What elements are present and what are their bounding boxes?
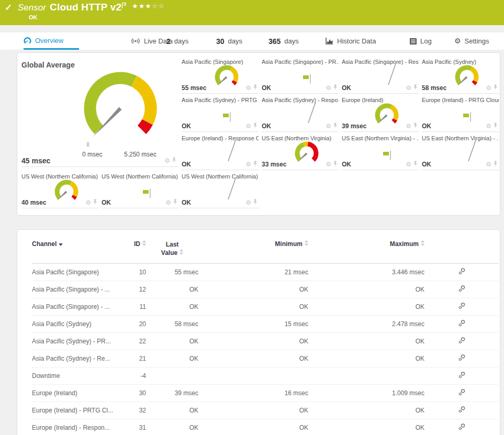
channel-tile-us-west-northern-california[interactable]: US West (Northern California)...OK⚙ [182,173,259,208]
channel-tile-asia-pacific-singapore[interactable]: Asia Pacific (Singapore)55 msec⚙ [182,58,259,94]
channel-tile-europe-ireland-prtg-cloud[interactable]: Europe (Ireland) - PRTG Cloud...OK⚙ [422,96,499,132]
gear-icon[interactable]: ⚙ [164,155,170,165]
gears-icon[interactable] [458,285,466,293]
channel-tile-asia-pacific-sydney-prtg[interactable]: Asia Pacific (Sydney) - PRTG ...OK⚙ [182,96,259,132]
channel-name[interactable]: Europe (Ireland) - Respon... [32,419,116,435]
gear-icon[interactable]: ⚙ [245,159,251,169]
gears-icon[interactable] [458,354,466,362]
gear-icon[interactable]: ⚙ [406,83,411,92]
gear-icon[interactable]: ⚙ [85,197,91,207]
tile-actions: ⚙ [486,83,498,92]
gears-icon[interactable] [458,371,466,379]
channel-name[interactable]: Asia Pacific (Sydney) [32,316,116,333]
column-header-minimum[interactable]: Minimum [198,238,308,264]
tile-value: 33 msec [262,161,286,168]
gear-icon[interactable]: ⚙ [165,197,171,207]
channel-tile-asia-pacific-singapore-res[interactable]: Asia Pacific (Singapore) - Res...OK⚙ [342,58,419,94]
pin-icon[interactable] [333,159,338,169]
table-row-europe-ireland-prtg-cl: Europe (Ireland) - PRTG Cl...32OKOKOK [32,402,499,419]
channel-tile-us-east-northern-virginia[interactable]: US East (Northern Virginia)33 msec⚙ [262,135,339,170]
pin-icon[interactable] [413,159,418,169]
gear-icon[interactable]: ⚙ [486,159,491,169]
gauge-icon [24,37,31,44]
channel-tile-us-west-northern-california[interactable]: US West (Northern California)40 msec⚙ [21,173,98,208]
pin-icon[interactable] [253,197,257,207]
gear-icon[interactable]: ⚙ [406,159,411,169]
pin-icon[interactable] [493,159,498,169]
pin-icon[interactable] [333,121,338,130]
cell-actions [424,281,499,298]
status-switch [150,189,151,198]
channel-name[interactable]: Europe (Ireland) [32,385,116,402]
gears-icon[interactable] [458,319,466,327]
channel-name[interactable]: Asia Pacific (Sydney) - PR... [32,333,116,350]
tab-overview[interactable]: Overview [24,32,79,50]
channel-name[interactable]: Asia Pacific (Singapore) - ... [32,298,116,316]
channel-name[interactable]: Asia Pacific (Singapore) - ... [32,281,116,298]
pin-icon[interactable] [413,121,418,130]
tab-settings[interactable]: ⚙Settings [454,32,489,50]
needle-indicator [225,139,238,165]
gears-icon[interactable] [458,337,466,344]
gear-icon[interactable]: ⚙ [326,83,331,92]
gear-icon[interactable]: ⚙ [245,83,251,92]
channel-tile-us-west-northern-california[interactable]: US West (Northern California)...OK⚙ [102,173,178,208]
gears-icon[interactable] [458,302,466,310]
gauge-scale-max: 5.250 msec [124,151,156,158]
pin-icon[interactable] [253,121,257,130]
channel-name[interactable]: Downtime [32,367,116,385]
cell-id: 30 [116,385,146,402]
pin-icon[interactable] [493,121,498,130]
cell-id: 20 [116,316,146,333]
gear-icon[interactable]: ⚙ [486,83,491,92]
gear-icon[interactable]: ⚙ [486,121,491,130]
channel-tile-europe-ireland-response-c[interactable]: Europe (Ireland) - Response C...OK⚙ [182,135,259,170]
channel-tile-europe-ireland[interactable]: Europe (Ireland)39 msec⚙ [342,96,419,132]
gear-icon[interactable]: ⚙ [326,121,331,130]
channel-tile-asia-pacific-sydney-respo[interactable]: Asia Pacific (Sydney) - Respo...OK⚙ [262,96,339,132]
pin-icon[interactable] [493,83,498,92]
pin-icon[interactable] [413,83,418,92]
column-header-maximum[interactable]: Maximum [308,238,424,264]
cell-last: 39 msec [146,385,198,402]
pin-icon[interactable] [253,83,257,92]
pin-icon[interactable] [173,197,177,207]
histogram-icon [326,38,333,44]
gear-icon[interactable]: ⚙ [245,197,251,207]
priority-stars[interactable]: ★★★☆☆ [132,2,165,10]
pin-icon[interactable] [253,159,257,169]
gears-icon[interactable] [458,423,466,431]
tab-365-days[interactable]: 365days [268,32,299,50]
tile-actions: ⚙ [245,121,257,130]
channel-tile-us-east-northern-virginia[interactable]: US East (Northern Virginia) - ...OK⚙ [342,135,419,170]
channel-name[interactable]: Europe (Ireland) - PRTG Cl... [32,402,116,419]
gear-icon[interactable]: ⚙ [326,159,331,169]
priority-flag-icon[interactable] [121,2,127,11]
cell-max: OK [308,419,424,435]
pin-icon[interactable] [93,197,97,207]
cell-min: OK [198,298,308,316]
channel-tile-us-east-northern-virginia[interactable]: US East (Northern Virginia) - ...OK⚙ [422,135,499,170]
channel-name[interactable]: Asia Pacific (Sydney) - Re... [32,350,116,367]
column-header-last-value[interactable]: LastValue [146,238,198,264]
column-header-channel[interactable]: Channel [32,238,116,264]
gear-icon[interactable]: ⚙ [406,121,411,130]
pin-icon[interactable] [172,155,176,165]
cell-id: 32 [116,402,146,419]
global-average-tile[interactable]: Global Average x̄ 0 msec 5.250 msec 45 m… [21,58,178,167]
tab-historic-data[interactable]: Historic Data [326,32,376,50]
cell-actions [424,316,499,333]
channel-tile-asia-pacific-singapore-pr[interactable]: Asia Pacific (Singapore) - PR...OK⚙ [262,58,339,94]
gears-icon[interactable] [458,406,466,414]
tab-2-days[interactable]: 2days [166,32,188,50]
tab-log[interactable]: Log [410,32,432,50]
column-header-id[interactable]: ID [116,238,146,264]
gears-icon[interactable] [458,388,466,396]
channel-name[interactable]: Asia Pacific (Singapore) [32,264,116,281]
gear-icon[interactable]: ⚙ [245,121,251,130]
tab-30-days[interactable]: 30days [216,32,242,50]
cell-min: OK [198,333,308,350]
pin-icon[interactable] [333,83,338,92]
gears-icon[interactable] [458,267,466,275]
channel-tile-asia-pacific-sydney[interactable]: Asia Pacific (Sydney)58 msec⚙ [422,58,499,94]
